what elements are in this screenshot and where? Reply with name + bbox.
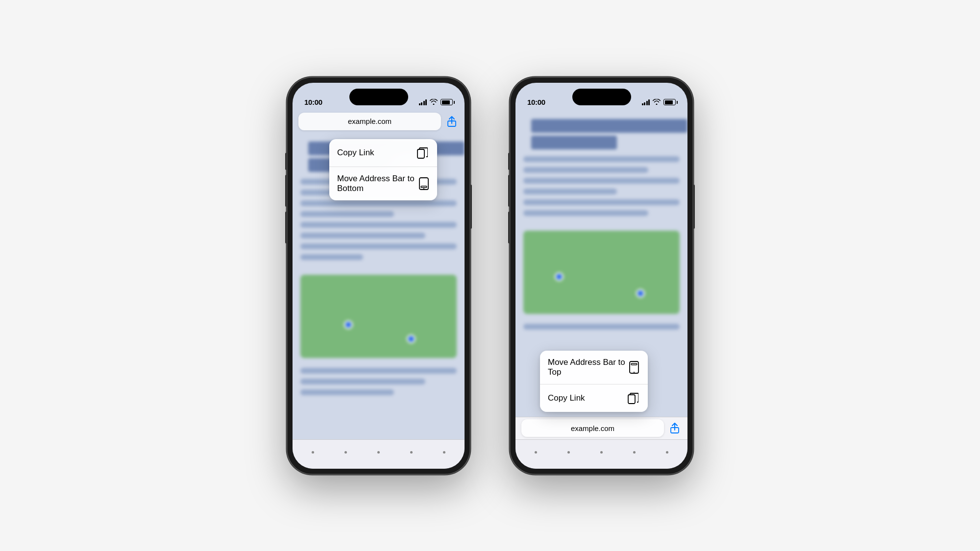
signal-icon-2 [642, 99, 650, 105]
context-menu-1: Copy Link Move Address Bar to Bottom [329, 139, 437, 200]
copy-link-item-1[interactable]: Copy Link [329, 139, 437, 167]
phone-1: 10:00 [287, 77, 470, 475]
move-bottom-item-1[interactable]: Move Address Bar to Bottom [329, 167, 437, 200]
svg-rect-6 [631, 363, 637, 365]
svg-point-7 [634, 372, 635, 373]
volume-up-button [285, 175, 287, 207]
share-button-2[interactable] [668, 421, 682, 435]
wifi-icon-1 [430, 98, 438, 106]
svg-rect-1 [417, 149, 424, 158]
mute-button-2 [508, 153, 510, 170]
phone-top-icon-2 [628, 360, 640, 374]
address-bar-bottom-2[interactable]: example.com [515, 417, 687, 439]
volume-down-button-2 [508, 212, 510, 243]
move-top-item-2[interactable]: Move Address Bar to Top [540, 351, 648, 384]
map-area-1 [300, 275, 457, 358]
bottom-nav-2 [515, 439, 687, 469]
share-icon-2 [670, 423, 679, 433]
status-time-2: 10:00 [527, 98, 545, 106]
move-top-label-2: Move Address Bar to Top [548, 358, 628, 377]
svg-point-4 [423, 188, 424, 189]
phone-screen-2: 10:00 [515, 83, 687, 469]
battery-icon-2 [663, 99, 676, 105]
context-menu-2: Move Address Bar to Top Copy Link [540, 351, 648, 412]
address-pill-1[interactable]: example.com [298, 113, 441, 130]
url-text-1: example.com [348, 117, 392, 125]
copy-icon-2 [626, 391, 640, 405]
move-bottom-label-1: Move Address Bar to Bottom [337, 174, 418, 193]
power-button [470, 185, 472, 229]
volume-down-button [285, 212, 287, 243]
phone-2: 10:00 [510, 77, 693, 475]
mute-button [285, 153, 287, 170]
copy-link-label-2: Copy Link [548, 393, 585, 403]
copy-link-label-1: Copy Link [337, 148, 374, 158]
dynamic-island-1 [349, 89, 408, 105]
dynamic-island-2 [572, 89, 631, 105]
wifi-icon-2 [653, 98, 661, 106]
status-icons-2 [642, 98, 676, 106]
share-button-1[interactable] [445, 115, 459, 128]
volume-up-button-2 [508, 175, 510, 207]
power-button-2 [693, 185, 695, 229]
svg-rect-3 [421, 186, 427, 188]
status-time-1: 10:00 [304, 98, 322, 106]
map-area-2 [523, 231, 680, 314]
battery-icon-1 [441, 99, 453, 105]
share-icon-1 [447, 116, 456, 127]
phone-screen-1: 10:00 [293, 83, 465, 469]
copy-link-item-2[interactable]: Copy Link [540, 384, 648, 412]
status-icons-1 [419, 98, 453, 106]
address-bar-top-1[interactable]: example.com [293, 110, 465, 133]
copy-icon-1 [416, 146, 429, 160]
phone-bottom-icon-1 [418, 177, 429, 191]
svg-rect-8 [628, 395, 635, 404]
bottom-nav-1 [293, 439, 465, 469]
address-pill-2[interactable]: example.com [521, 419, 664, 437]
url-text-2: example.com [571, 424, 614, 432]
signal-icon-1 [419, 99, 427, 105]
